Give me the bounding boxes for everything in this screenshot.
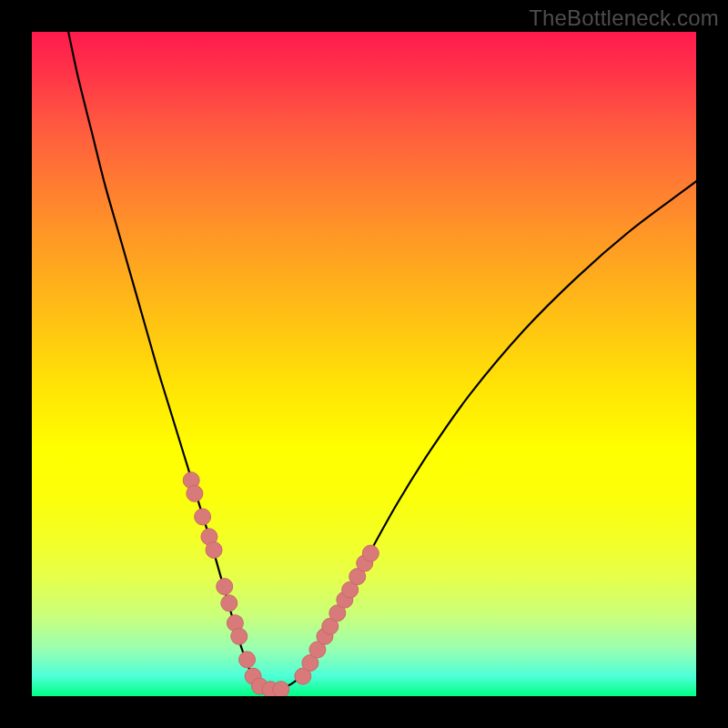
data-marker	[273, 682, 289, 696]
watermark-text: TheBottleneck.com	[529, 5, 719, 31]
data-marker	[342, 581, 359, 598]
curve-path-group	[68, 32, 696, 691]
data-marker	[337, 592, 353, 608]
data-marker	[221, 595, 238, 612]
chart-frame: TheBottleneck.com	[0, 0, 728, 728]
data-marker	[262, 682, 278, 696]
marker-group	[183, 472, 379, 696]
data-marker	[322, 618, 339, 634]
data-marker	[309, 642, 326, 658]
data-marker	[329, 605, 346, 622]
data-marker	[239, 652, 256, 668]
bottleneck-curve	[68, 32, 696, 691]
data-marker	[251, 678, 268, 694]
data-marker	[295, 668, 311, 684]
data-marker	[183, 472, 199, 489]
data-marker	[231, 628, 248, 644]
data-marker	[227, 615, 243, 632]
data-marker	[201, 529, 217, 545]
data-marker	[362, 545, 379, 561]
curve-svg	[32, 32, 696, 696]
data-marker	[302, 655, 318, 672]
data-marker	[187, 485, 203, 501]
data-marker	[349, 569, 366, 585]
plot-area	[32, 32, 696, 696]
data-marker	[357, 555, 373, 571]
data-marker	[317, 628, 333, 644]
data-marker	[206, 541, 222, 558]
data-marker	[217, 579, 233, 595]
data-marker	[195, 509, 211, 525]
data-marker	[245, 668, 261, 684]
